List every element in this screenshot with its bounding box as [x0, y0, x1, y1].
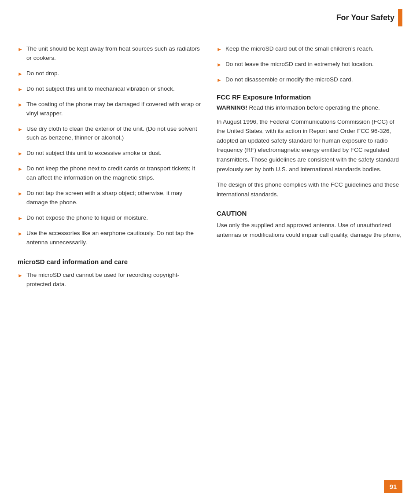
bullet-text: The unit should be kept away from heat s…: [26, 44, 203, 63]
bullet-text: Keep the microSD card out of the small c…: [225, 44, 374, 54]
bullet-arrow-icon: ►: [18, 230, 23, 238]
bullet-text: Do not subject this unit to excessive sm…: [26, 149, 162, 158]
fcc-paragraph-2: The design of this phone complies with t…: [217, 180, 402, 199]
list-item: ► Do not expose the phone to liquid or m…: [18, 213, 203, 223]
bullet-arrow-icon: ►: [18, 101, 23, 109]
page-number: 91: [384, 480, 402, 493]
right-column: ► Keep the microSD card out of the small…: [217, 44, 402, 295]
bullet-arrow-icon: ►: [18, 190, 23, 198]
list-item: ► Do not subject this unit to mechanical…: [18, 85, 203, 94]
bullet-arrow-icon: ►: [18, 45, 23, 53]
bullet-arrow-icon: ►: [18, 85, 23, 93]
bullet-arrow-icon: ►: [18, 165, 23, 173]
list-item: ► The microSD card cannot be used for re…: [18, 271, 203, 289]
bullet-arrow-icon: ►: [18, 125, 23, 133]
header-accent-bar: [398, 9, 402, 26]
bullet-arrow-icon: ►: [18, 150, 23, 158]
warning-text: WARNING! Read this information before op…: [217, 103, 402, 113]
page-header: For Your Safety: [18, 0, 402, 31]
microsd-section-heading: microSD card information and care: [18, 258, 203, 265]
bullet-text: Use dry cloth to clean the exterior of t…: [26, 125, 203, 143]
fcc-heading: FCC RF Exposure Information: [217, 93, 402, 101]
list-item: ► Keep the microSD card out of the small…: [217, 44, 402, 54]
list-item: ► The coating of the phone may be damage…: [18, 100, 203, 118]
main-content: ► The unit should be kept away from heat…: [0, 31, 420, 313]
bullet-text: Do not expose the phone to liquid or moi…: [26, 213, 148, 223]
bullet-text: The coating of the phone may be damaged …: [26, 100, 203, 118]
list-item: ► Do not tap the screen with a sharp obj…: [18, 189, 203, 207]
bullet-text: Use the accessories like an earphone cau…: [26, 229, 203, 247]
warning-bold: WARNING!: [217, 104, 247, 111]
bullet-text: Do not tap the screen with a sharp objec…: [26, 189, 203, 207]
bullet-text: The microSD card cannot be used for reco…: [26, 271, 203, 289]
left-column: ► The unit should be kept away from heat…: [18, 44, 203, 295]
bullet-arrow-icon: ►: [18, 272, 23, 280]
list-item: ► Do not drop.: [18, 69, 203, 78]
caution-text: Use only the supplied and approved anten…: [217, 221, 402, 239]
bullet-text: Do not keep the phone next to credit car…: [26, 164, 203, 183]
warning-detail: Read this information before operating t…: [247, 104, 380, 111]
list-item: ► Do not subject this unit to excessive …: [18, 149, 203, 158]
bullet-arrow-icon: ►: [217, 61, 222, 69]
fcc-paragraph-1: In August 1996, the Federal Communicatio…: [217, 117, 402, 174]
bullet-arrow-icon: ►: [18, 214, 23, 222]
list-item: ► Do not leave the microSD card in extre…: [217, 60, 402, 69]
caution-heading: CAUTION: [217, 210, 402, 217]
bullet-arrow-icon: ►: [18, 70, 23, 78]
bullet-text: Do not disassemble or modify the microSD…: [225, 75, 353, 85]
list-item: ► Use the accessories like an earphone c…: [18, 229, 203, 247]
list-item: ► The unit should be kept away from heat…: [18, 44, 203, 63]
bullet-text: Do not drop.: [26, 69, 59, 78]
list-item: ► Do not disassemble or modify the micro…: [217, 75, 402, 85]
bullet-text: Do not leave the microSD card in extreme…: [225, 60, 374, 69]
list-item: ► Do not keep the phone next to credit c…: [18, 164, 203, 183]
bullet-text: Do not subject this unit to mechanical v…: [26, 85, 175, 94]
header-title: For Your Safety: [336, 13, 394, 22]
list-item: ► Use dry cloth to clean the exterior of…: [18, 125, 203, 143]
bullet-arrow-icon: ►: [217, 45, 222, 53]
bullet-arrow-icon: ►: [217, 76, 222, 84]
